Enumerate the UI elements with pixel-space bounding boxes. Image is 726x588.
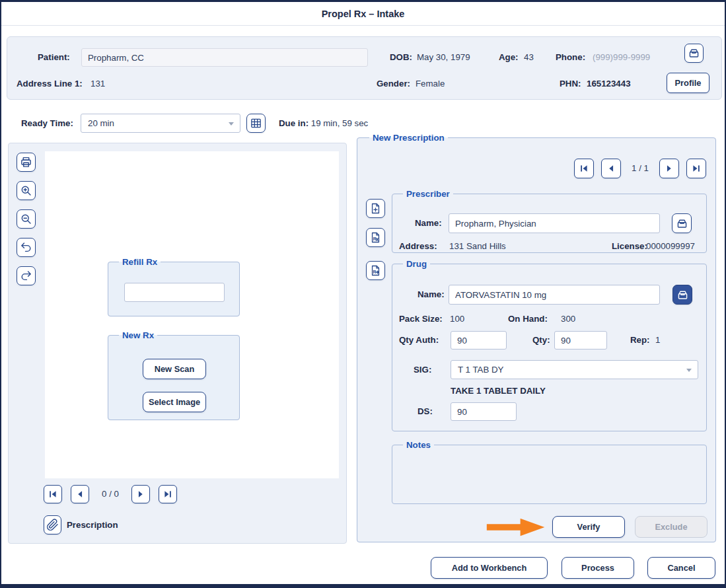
next-page-icon: [664, 163, 674, 174]
profile-button[interactable]: Profile: [667, 73, 709, 93]
document-rx-icon: [369, 231, 382, 244]
ready-time-select[interactable]: 20 min: [81, 114, 240, 133]
drug-lookup-button[interactable]: [672, 285, 692, 305]
ds-label: DS:: [417, 402, 433, 421]
zoom-in-button[interactable]: [17, 181, 36, 200]
attachment-label: Prescription: [67, 515, 118, 534]
phone-value: (999)999-9999: [593, 48, 650, 67]
drawer-icon: [676, 217, 688, 230]
on-hand-label: On Hand:: [508, 312, 548, 326]
rotate-left-icon: [20, 241, 32, 254]
zoom-out-button[interactable]: [17, 209, 36, 229]
sig-value: T 1 TAB DY: [458, 365, 503, 375]
patient-panel: Patient: DOB: May 30, 1979 Age: 43 Phone…: [7, 36, 722, 100]
add-to-workbench-button[interactable]: Add to Workbench: [431, 557, 548, 579]
first-page-icon: [48, 489, 58, 499]
sig-expanded-text: TAKE 1 TABLET DAILY: [451, 385, 546, 397]
gender-label: Gender:: [377, 75, 410, 93]
refill-rx-group: Refill Rx: [108, 257, 240, 316]
rep-value: 1: [655, 331, 660, 349]
prescriber-address-value: 131 Sand Hills: [449, 240, 506, 253]
notes-area[interactable]: [392, 450, 706, 503]
new-prescription-panel: New Prescription 1 / 1 Prescriber Name:: [357, 133, 716, 542]
notes-group-title: Notes: [403, 440, 434, 450]
prescriber-name-input[interactable]: [449, 213, 660, 233]
on-hand-value: 300: [561, 312, 575, 326]
due-in-label: Due in:: [279, 118, 309, 128]
phn-label: PHN:: [560, 75, 581, 93]
previous-page-icon: [606, 163, 616, 174]
refill-rx-input[interactable]: [124, 283, 225, 302]
copy-rx-button[interactable]: [366, 228, 385, 247]
printer-icon: [20, 156, 32, 168]
qty-input[interactable]: [554, 331, 607, 349]
pack-size-value: 100: [450, 312, 464, 326]
scan-first-page-button[interactable]: [44, 485, 62, 503]
cancel-button[interactable]: Cancel: [647, 557, 715, 579]
address-line1-value: 131: [91, 75, 105, 93]
exclude-button[interactable]: Exclude: [635, 516, 708, 538]
license-value: 0000099997: [646, 240, 695, 253]
qty-auth-input[interactable]: [451, 331, 507, 349]
gender-value: Female: [416, 75, 445, 93]
pack-size-label: Pack Size:: [399, 312, 443, 326]
prescriber-group: Prescriber Name: Address: 131 Sand Hills…: [392, 189, 707, 253]
rotate-right-icon: [20, 270, 32, 282]
patient-label: Patient:: [38, 48, 70, 67]
zoom-in-icon: [20, 184, 32, 197]
calendar-grid-icon: [250, 117, 262, 129]
notes-group: Notes: [392, 440, 707, 504]
new-document-button[interactable]: [366, 199, 385, 218]
attachment-button[interactable]: [44, 515, 61, 534]
last-page-icon: [163, 489, 173, 499]
ds-input[interactable]: [451, 402, 517, 421]
window-titlebar: Propel Rx – Intake: [1, 2, 725, 26]
drawer-icon: [688, 47, 700, 59]
phone-label: Phone:: [556, 48, 585, 67]
scan-next-page-button[interactable]: [131, 485, 150, 503]
transfer-rx-button[interactable]: [366, 261, 385, 280]
drug-group-title: Drug: [403, 259, 430, 269]
previous-page-icon: [75, 489, 85, 499]
verify-pointer-arrow-icon: [485, 517, 548, 538]
prescriber-group-title: Prescriber: [403, 189, 453, 199]
scan-pager-indicator: 0 / 0: [89, 485, 131, 503]
rx-next-button[interactable]: [659, 159, 679, 178]
patient-name-input[interactable]: [81, 48, 368, 67]
dob-label: DOB:: [390, 48, 412, 67]
prescriber-lookup-button[interactable]: [672, 213, 692, 233]
rx-first-button[interactable]: [574, 159, 594, 178]
print-button[interactable]: [17, 153, 36, 172]
rx-prev-button[interactable]: [601, 159, 621, 178]
new-scan-button[interactable]: New Scan: [143, 359, 206, 379]
new-prescription-title: New Prescription: [369, 133, 448, 143]
prescriber-name-label: Name:: [415, 213, 442, 233]
document-rx-transfer-icon: [369, 264, 382, 277]
rx-last-button[interactable]: [686, 159, 706, 178]
scan-last-page-button[interactable]: [159, 485, 177, 503]
first-page-icon: [579, 163, 589, 174]
paperclip-icon: [46, 519, 59, 531]
sig-select[interactable]: T 1 TAB DY: [451, 360, 698, 379]
rep-label: Rep:: [630, 331, 650, 349]
next-page-icon: [135, 489, 146, 499]
refill-rx-group-title: Refill Rx: [119, 257, 161, 267]
qty-label: Qty:: [532, 331, 550, 349]
phn-value: 165123443: [587, 75, 631, 93]
new-rx-group-title: New Rx: [119, 330, 157, 340]
due-in-text: Due in: 19 min, 59 sec: [279, 114, 368, 133]
verify-button[interactable]: Verify: [552, 516, 625, 538]
scan-prev-page-button[interactable]: [71, 485, 89, 503]
rotate-right-button[interactable]: [17, 266, 36, 285]
rotate-left-button[interactable]: [17, 238, 36, 257]
select-image-button[interactable]: Select Image: [143, 392, 206, 412]
sig-label: SIG:: [414, 360, 431, 379]
patient-lookup-button[interactable]: [684, 44, 704, 63]
calendar-button[interactable]: [246, 114, 266, 133]
new-rx-group: New Rx New Scan Select Image: [108, 330, 240, 420]
scan-panel: Refill Rx New Rx New Scan Select Image 0…: [8, 143, 347, 544]
chevron-down-icon: [229, 122, 234, 126]
due-in-value: 19 min, 59 sec: [311, 118, 368, 128]
process-button[interactable]: Process: [562, 557, 634, 579]
drug-name-input[interactable]: [449, 285, 660, 305]
